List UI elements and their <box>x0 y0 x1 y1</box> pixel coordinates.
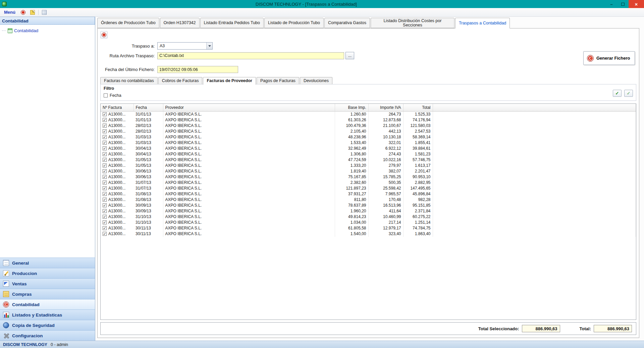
table-row[interactable]: A13000...31/10/13AXPO IBERICA S.L.1.034,… <box>101 220 636 225</box>
table-row[interactable]: A13000...31/08/13AXPO IBERICA S.L.37.931… <box>101 191 636 197</box>
cell-total: 90.953,10 <box>403 174 433 180</box>
row-checkbox[interactable] <box>103 220 107 224</box>
row-checkbox[interactable] <box>103 209 107 213</box>
close-button[interactable] <box>629 0 644 8</box>
browse-button[interactable]: ... <box>345 52 354 59</box>
minimize-button[interactable] <box>606 0 617 8</box>
table-row[interactable]: A13000...31/07/13AXPO IBERICA S.L.2.382,… <box>101 180 636 186</box>
row-checkbox[interactable] <box>103 186 107 190</box>
red-circle-button[interactable] <box>19 9 27 16</box>
column-header-proveedor[interactable]: Proveedor <box>163 104 335 111</box>
cell-fecha: 28/02/13 <box>133 129 163 134</box>
table-row[interactable]: A13000...30/11/13AXPO IBERICA S.L.1.540,… <box>101 231 636 237</box>
grid-icon <box>42 10 47 15</box>
cell-total: 1.613,17 <box>403 163 433 168</box>
row-checkbox[interactable] <box>103 141 107 145</box>
sidebar-item-produccion[interactable]: Produccion <box>0 268 95 278</box>
row-checkbox[interactable] <box>103 203 107 207</box>
sidebar-item-ventas[interactable]: Ventas <box>0 278 95 289</box>
table-row[interactable]: A13000...31/05/13AXPO IBERICA S.L.47.724… <box>101 157 636 163</box>
row-checkbox[interactable] <box>103 169 107 173</box>
fecha-fichero-input[interactable] <box>157 66 238 73</box>
tree-node-contabilidad[interactable]: Contabilidad <box>2 28 93 33</box>
sidebar-item-listados-y-estadisticas[interactable]: Listados y Estadísticas <box>0 309 95 320</box>
traspaso-select[interactable]: A3 <box>157 42 213 50</box>
total-value: 886.990,63 <box>594 325 632 332</box>
table-row[interactable]: A13000...30/04/13AXPO IBERICA S.L.32.962… <box>101 146 636 151</box>
table-row[interactable]: A13000...31/08/13AXPO IBERICA S.L.811,80… <box>101 197 636 203</box>
table-row[interactable]: A13000...31/01/13AXPO IBERICA S.L.1.260,… <box>101 111 636 117</box>
grid-view-button[interactable] <box>41 9 48 16</box>
row-checkbox[interactable] <box>103 135 107 139</box>
sidebar-item-copia-de-seguridad[interactable]: Copia de Seguridad <box>0 320 95 330</box>
close-form-button[interactable] <box>100 31 108 39</box>
tab-ordenes-de-produccion-tubo[interactable]: Órdenes de Producción Tubo <box>97 18 159 28</box>
row-checkbox[interactable] <box>103 232 107 236</box>
sidebar-item-compras[interactable]: Compras <box>0 289 95 299</box>
cell-base-imp: 1.533,40 <box>335 140 368 146</box>
table-row[interactable]: A13000...31/07/13AXPO IBERICA S.L.121.89… <box>101 186 636 191</box>
column-header-n-factura[interactable]: Nº Factura <box>101 104 133 111</box>
table-row[interactable]: A13000...30/06/13AXPO IBERICA S.L.1.819,… <box>101 168 636 174</box>
row-checkbox[interactable] <box>103 112 107 116</box>
table-row[interactable]: A13000...31/03/13AXPO IBERICA S.L.1.533,… <box>101 140 636 146</box>
tab-listado-de-produccion-tubo[interactable]: Listado de Producción Tubo <box>264 18 324 28</box>
subtab-facturas-de-proveedor[interactable]: Facturas de Proveedor <box>203 77 256 85</box>
row-checkbox[interactable] <box>103 129 107 133</box>
row-checkbox[interactable] <box>103 118 107 122</box>
row-checkbox[interactable] <box>103 152 107 156</box>
table-row[interactable]: A13000...30/11/13AXPO IBERICA S.L.61.805… <box>101 225 636 231</box>
cell-proveedor: AXPO IBERICA S.L. <box>163 146 335 151</box>
tree-branch-line <box>2 30 6 31</box>
cell-fecha: 31/10/13 <box>133 220 163 225</box>
check-all-button[interactable]: ✓ <box>613 90 622 97</box>
factura-value: A13000... <box>108 146 125 151</box>
cell-importe-iva: 7.965,57 <box>368 191 403 197</box>
row-checkbox[interactable] <box>103 181 107 185</box>
column-header-total[interactable]: Total <box>403 104 433 111</box>
row-checkbox[interactable] <box>103 192 107 196</box>
row-checkbox[interactable] <box>103 175 107 179</box>
table-row[interactable]: A13000...30/09/13AXPO IBERICA S.L.78.637… <box>101 203 636 208</box>
maximize-button[interactable] <box>617 0 629 8</box>
row-checkbox[interactable] <box>103 215 107 219</box>
edit-note-button[interactable] <box>29 9 36 16</box>
row-checkbox[interactable] <box>103 146 107 150</box>
sidebar-item-general[interactable]: General <box>0 258 95 268</box>
generar-fichero-button[interactable]: C Generar Fichero <box>583 51 635 65</box>
column-header-fecha[interactable]: Fecha <box>133 104 163 111</box>
row-checkbox[interactable] <box>103 198 107 202</box>
table-row[interactable]: A13000...31/01/13AXPO IBERICA S.L.61.303… <box>101 117 636 123</box>
subtab-facturas-no-contabilizadas[interactable]: Facturas no contabilizadas <box>100 77 158 84</box>
column-header-importe-iva[interactable]: Importe IVA <box>368 104 403 111</box>
fecha-checkbox[interactable] <box>104 93 108 97</box>
table-row[interactable]: A13000...28/02/13AXPO IBERICA S.L.100.47… <box>101 123 636 129</box>
subtab-devoluciones[interactable]: Devoluciones <box>300 77 332 84</box>
column-header-base-imp[interactable]: Base Imp. <box>335 104 368 111</box>
row-checkbox[interactable] <box>103 158 107 162</box>
table-row[interactable]: A13000...31/03/13AXPO IBERICA S.L.48.238… <box>101 134 636 140</box>
table-row[interactable]: A13000...30/06/13AXPO IBERICA S.L.75.167… <box>101 174 636 180</box>
table-row[interactable]: A13000...31/05/13AXPO IBERICA S.L.1.333,… <box>101 163 636 168</box>
table-row[interactable]: A13000...31/10/13AXPO IBERICA S.L.49.814… <box>101 214 636 220</box>
tab-traspasos-a-contabilidad[interactable]: Traspasos a Contabilidad <box>455 18 510 28</box>
tab-listado-entrada-pedidos-tubo[interactable]: Listado Entrada Pedidos Tubo <box>200 18 264 28</box>
uncheck-all-button[interactable]: ✓ <box>624 90 633 97</box>
ruta-input[interactable] <box>157 52 344 59</box>
fecha-filter[interactable]: Fecha <box>104 93 633 98</box>
row-checkbox[interactable] <box>103 124 107 128</box>
sidebar-item-contabilidad[interactable]: CContabilidad <box>0 299 95 309</box>
factura-value: A13000... <box>108 123 125 128</box>
tab-listado-distribucion-costes-por-secciones[interactable]: Listado Distribución Costes por Seccione… <box>371 18 454 28</box>
table-row[interactable]: A13000...30/04/13AXPO IBERICA S.L.1.306,… <box>101 151 636 157</box>
tab-orden-h1307342[interactable]: Orden H1307342 <box>160 18 200 28</box>
table-row[interactable]: A13000...30/09/13AXPO IBERICA S.L.1.960,… <box>101 208 636 214</box>
subtab-cobros-de-facturas[interactable]: Cobros de Facturas <box>158 77 203 84</box>
menu-button[interactable]: Menú <box>2 9 17 15</box>
tab-comparativa-gastos[interactable]: Comparativa Gastos <box>324 18 370 28</box>
subtab-pagos-de-facturas[interactable]: Pagos de Facturas <box>257 77 299 84</box>
row-checkbox[interactable] <box>103 226 107 230</box>
sidebar-item-configuracion[interactable]: Configuracion <box>0 330 95 341</box>
row-checkbox[interactable] <box>103 163 107 167</box>
table-row[interactable]: A13000...28/02/13AXPO IBERICA S.L.2.105,… <box>101 129 636 134</box>
